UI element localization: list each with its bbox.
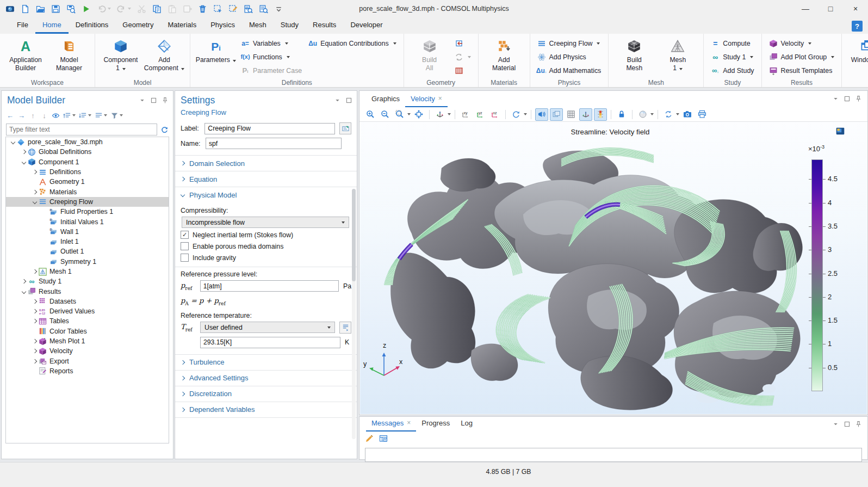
- panel-pin-icon[interactable]: [162, 97, 169, 104]
- show-button[interactable]: [52, 112, 60, 120]
- section-physical-model[interactable]: Physical Model: [175, 187, 357, 202]
- settings-scrollbar[interactable]: [352, 189, 356, 439]
- tree-item-mesh-plot-1[interactable]: *Mesh Plot 1: [6, 336, 169, 346]
- tree-item-inlet-1[interactable]: Inlet 1: [6, 237, 169, 246]
- close-button[interactable]: ×: [843, 0, 868, 17]
- model-manager-button[interactable]: ModelManager: [48, 36, 90, 73]
- nav-forward-button[interactable]: →: [17, 112, 26, 120]
- tree-item-definitions[interactable]: Definitions: [6, 167, 169, 177]
- grid-button[interactable]: [565, 108, 578, 121]
- select-frame-button[interactable]: [212, 3, 224, 15]
- help-button[interactable]: ?: [852, 21, 863, 32]
- tree-item-color-tables[interactable]: Color Tables: [6, 326, 169, 336]
- rename-button[interactable]: [339, 122, 351, 134]
- section-domain-selection[interactable]: Domain Selection: [175, 155, 357, 171]
- section-dependent-variables[interactable]: Dependent Variables: [175, 402, 357, 417]
- checkbox-enable-porous-media-domains[interactable]: Enable porous media domains: [175, 241, 357, 252]
- view-xz-button[interactable]: xz: [488, 108, 501, 121]
- new-file-button[interactable]: [20, 3, 31, 15]
- section-discretization[interactable]: Discretization: [175, 386, 357, 402]
- maximize-button[interactable]: □: [818, 0, 843, 17]
- tree-collapsed-chevron[interactable]: [31, 318, 38, 325]
- build-mesh-button[interactable]: BuildMesh: [613, 36, 655, 73]
- menu-tab-results[interactable]: Results: [306, 17, 343, 34]
- zoom-box-button[interactable]: [393, 108, 411, 121]
- snapshot-button[interactable]: [681, 108, 694, 121]
- nav-back-button[interactable]: ←: [6, 112, 14, 120]
- scrollbar-thumb[interactable]: [352, 189, 356, 281]
- color-legend-button[interactable]: [594, 108, 607, 121]
- add-physics-button[interactable]: Add Physics: [535, 50, 604, 64]
- temperature-field[interactable]: [200, 337, 340, 348]
- tree-collapsed-chevron[interactable]: [31, 308, 38, 315]
- virtual-ops-button[interactable]: [452, 64, 474, 77]
- add-mathematics-button[interactable]: Δu↓Add Mathematics: [535, 64, 604, 77]
- tree-expanded-chevron[interactable]: [20, 288, 27, 295]
- panel-collapse-icon[interactable]: [334, 97, 341, 104]
- application-builder-button[interactable]: AApplicationBuilder: [4, 36, 47, 73]
- panel-collapse-icon[interactable]: [139, 97, 146, 104]
- tree-collapsed-chevron[interactable]: [20, 149, 27, 156]
- menu-tab-geometry[interactable]: Geometry: [115, 17, 160, 34]
- clear-messages-button[interactable]: [365, 434, 374, 443]
- panel-float-icon[interactable]: [844, 95, 851, 102]
- default-view-button[interactable]: [433, 108, 451, 121]
- panel-float-icon[interactable]: [844, 421, 851, 428]
- open-file-button[interactable]: [35, 3, 46, 15]
- messages-output[interactable]: [365, 448, 862, 462]
- print-button[interactable]: [696, 108, 709, 121]
- tree-collapsed-chevron[interactable]: [31, 268, 38, 275]
- tree-item-global-definitions[interactable]: Global Definitions: [6, 147, 169, 157]
- rotate-view-button[interactable]: [510, 108, 527, 121]
- section-advanced-settings[interactable]: Advanced Settings: [175, 370, 357, 386]
- checkbox-icon[interactable]: [181, 242, 189, 250]
- tree-item-reports[interactable]: Reports: [6, 366, 169, 376]
- pref-field[interactable]: [200, 280, 339, 292]
- tab-graphics[interactable]: Graphics: [366, 91, 405, 107]
- equation-contributions-button[interactable]: ΔuEquation Contributions: [306, 36, 399, 50]
- axis-orientation-button[interactable]: [579, 108, 592, 121]
- qat-more-chevron-button[interactable]: [273, 3, 284, 15]
- tree-collapsed-chevron[interactable]: [31, 169, 38, 176]
- environment-button[interactable]: [636, 108, 654, 121]
- menu-tab-home[interactable]: Home: [35, 17, 69, 34]
- save-button[interactable]: [50, 3, 61, 15]
- filter-funnel-button[interactable]: [110, 112, 123, 120]
- tree-item-fluid-properties-1[interactable]: DFluid Properties 1: [6, 207, 169, 217]
- checkbox-include-gravity[interactable]: Include gravity: [175, 252, 357, 263]
- refresh-icon[interactable]: [160, 126, 169, 134]
- panel-pin-icon[interactable]: [855, 421, 862, 428]
- name-field[interactable]: [206, 138, 342, 149]
- import-geometry-button[interactable]: [452, 36, 474, 50]
- menu-tab-definitions[interactable]: Definitions: [69, 17, 116, 34]
- checkbox-icon[interactable]: [181, 254, 189, 262]
- tree-expanded-chevron[interactable]: [31, 198, 38, 205]
- variables-button[interactable]: a=Variables: [238, 36, 305, 50]
- node-text-button[interactable]: [95, 112, 107, 120]
- add-material-button[interactable]: AddMaterial: [483, 36, 525, 73]
- add-plot-group-button[interactable]: Add Plot Group: [766, 50, 838, 64]
- view-lock-button[interactable]: [615, 108, 628, 121]
- tref-dropdown[interactable]: User defined: [200, 322, 335, 333]
- tree-collapsed-chevron[interactable]: [31, 298, 38, 305]
- tree-item-pore-scale-flow-3d-mph[interactable]: pore_scale_flow_3d.mph: [6, 137, 169, 147]
- delete-button[interactable]: [197, 3, 208, 15]
- tree-item-materials[interactable]: Materials: [6, 187, 169, 196]
- tree-item-results[interactable]: Results: [6, 286, 169, 296]
- tree-item-mesh-1[interactable]: Mesh 1: [6, 267, 169, 276]
- minimize-button[interactable]: —: [793, 0, 818, 17]
- zoom-out-button[interactable]: [379, 108, 392, 121]
- copy-button[interactable]: [151, 3, 163, 15]
- tab-progress[interactable]: Progress: [416, 415, 455, 431]
- app-logo-button[interactable]: [4, 3, 16, 15]
- clear-selection-button[interactable]: [227, 3, 239, 15]
- tree-item-export[interactable]: Export: [6, 356, 169, 366]
- velocity-button[interactable]: Velocity: [766, 36, 838, 50]
- zoom-extents-button[interactable]: [412, 108, 425, 121]
- view-yz-button[interactable]: yz: [474, 108, 487, 121]
- section-turbulence[interactable]: Turbulence: [175, 354, 357, 370]
- tab-close-icon[interactable]: ×: [407, 419, 411, 427]
- scene-light-button[interactable]: [535, 108, 548, 121]
- tree-collapsed-chevron[interactable]: [31, 188, 38, 195]
- compressibility-dropdown[interactable]: Incompressible flow: [182, 217, 349, 228]
